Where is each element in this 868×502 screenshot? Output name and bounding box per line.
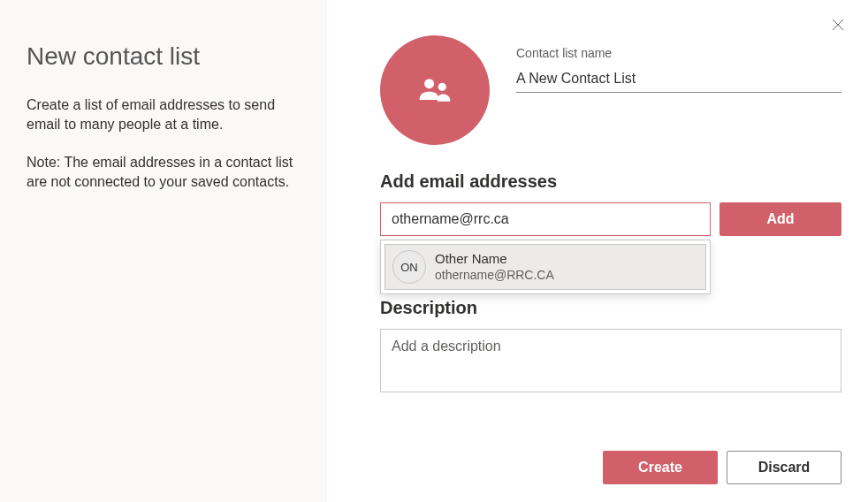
discard-button[interactable]: Discard	[727, 451, 841, 484]
add-button[interactable]: Add	[720, 202, 841, 236]
suggestion-dropdown: ON Other Name othername@RRC.CA	[380, 240, 711, 294]
info-sidebar: New contact list Create a list of email …	[0, 0, 327, 502]
suggestion-email: othername@RRC.CA	[435, 268, 554, 284]
form-panel: Contact list name Add email addresses Ad…	[327, 0, 868, 502]
close-icon	[832, 19, 844, 31]
create-button[interactable]: Create	[603, 451, 718, 484]
suggestion-name: Other Name	[435, 251, 554, 268]
emails-heading: Add email addresses	[380, 171, 841, 192]
description-textarea[interactable]	[380, 329, 841, 392]
contact-list-avatar	[380, 35, 490, 145]
close-button[interactable]	[826, 12, 850, 37]
suggestion-item[interactable]: ON Other Name othername@RRC.CA	[385, 244, 706, 290]
page-title: New contact list	[27, 42, 301, 71]
svg-point-0	[424, 79, 434, 88]
description-heading: Description	[380, 298, 841, 318]
suggestion-avatar: ON	[392, 250, 426, 284]
name-label: Contact list name	[516, 46, 841, 60]
contact-list-name-input[interactable]	[516, 67, 841, 93]
sidebar-paragraph-2: Note: The email addresses in a contact l…	[27, 153, 301, 193]
people-icon	[415, 71, 454, 110]
sidebar-paragraph-1: Create a list of email addresses to send…	[27, 95, 301, 135]
email-input[interactable]	[380, 202, 711, 236]
svg-point-1	[438, 83, 446, 91]
